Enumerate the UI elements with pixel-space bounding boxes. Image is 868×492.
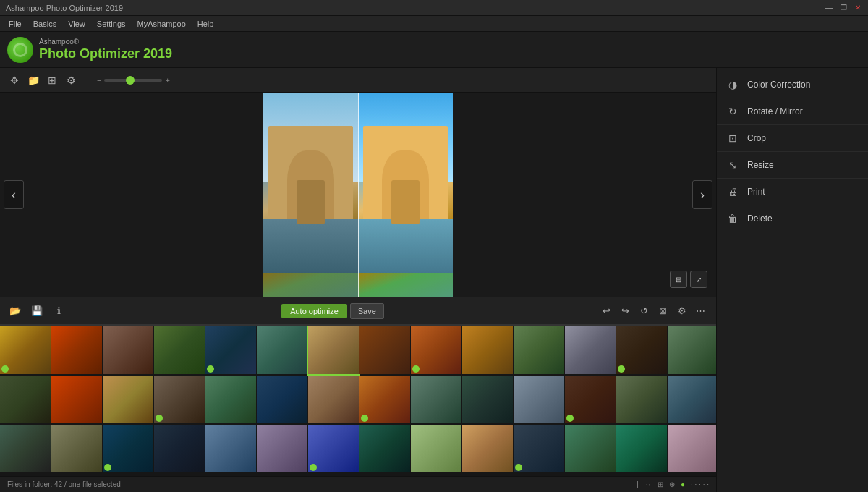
thumbnail-item[interactable] xyxy=(462,376,513,423)
thumbnail-item[interactable] xyxy=(0,376,51,423)
prev-image-button[interactable]: ‹ xyxy=(4,180,24,209)
open-icon[interactable]: 📂 xyxy=(7,303,23,319)
thumbnail-item[interactable] xyxy=(154,425,205,472)
thumbnail-item[interactable] xyxy=(462,425,513,472)
thumb-badge xyxy=(104,464,111,471)
menu-delete[interactable]: 🗑 Delete xyxy=(717,205,868,232)
thumb-badge xyxy=(1,365,9,373)
thumbnail-item[interactable] xyxy=(514,326,564,374)
thumbnail-item[interactable] xyxy=(359,376,410,423)
redo-icon[interactable]: ↪ xyxy=(618,303,634,319)
thumb-badge xyxy=(566,415,574,422)
thumbnail-item[interactable] xyxy=(205,376,256,423)
color-correction-icon: ◑ xyxy=(726,77,740,92)
save-button[interactable]: Save xyxy=(350,303,384,319)
right-panel: ◑ Color Correction ↻ Rotate / Mirror ⊡ C… xyxy=(716,68,868,492)
zoom-plus-icon[interactable]: + xyxy=(165,76,169,85)
settings-icon[interactable]: ⚙ xyxy=(674,303,690,319)
minimize-button[interactable]: — xyxy=(825,4,833,12)
thumbnail-item[interactable] xyxy=(308,425,359,472)
thumbnail-item[interactable] xyxy=(154,326,205,374)
close-button[interactable]: ✕ xyxy=(854,4,862,12)
thumbnail-item[interactable] xyxy=(411,425,461,472)
menu-help[interactable]: Help xyxy=(192,18,220,30)
thumbnail-item[interactable] xyxy=(103,326,153,374)
more-icon[interactable]: ⋯ xyxy=(693,303,709,319)
thumbnail-item[interactable] xyxy=(257,425,307,472)
thumbnail-strip xyxy=(0,324,716,476)
thumbnail-item[interactable] xyxy=(616,425,667,472)
thumbnail-item[interactable] xyxy=(205,425,256,472)
thumbnail-item[interactable] xyxy=(154,376,205,423)
logo-inner xyxy=(13,43,27,57)
thumbnail-item[interactable] xyxy=(668,425,716,472)
thumbnail-item[interactable] xyxy=(616,326,667,374)
status-right: | ↔ ⊞ ⊕ ● · · · · · xyxy=(637,480,709,488)
thumbnail-item[interactable] xyxy=(565,376,616,423)
thumbnail-item[interactable] xyxy=(668,326,716,374)
thumbnail-item[interactable] xyxy=(205,326,256,374)
expand-button[interactable]: ⤢ xyxy=(690,271,707,288)
next-image-button[interactable]: › xyxy=(692,180,712,209)
reset-icon[interactable]: ↺ xyxy=(637,303,652,319)
menu-settings[interactable]: Settings xyxy=(91,18,132,30)
zoom-control: − + xyxy=(97,76,170,85)
action-controls: Auto optimize Save xyxy=(281,303,384,319)
thumbnail-item[interactable] xyxy=(411,326,461,374)
thumbnail-item[interactable] xyxy=(514,376,564,423)
thumbnail-item[interactable] xyxy=(257,326,307,374)
batch-icon[interactable]: ⊞ xyxy=(45,73,59,88)
move-tool-icon[interactable]: ✥ xyxy=(7,73,22,88)
thumbnail-item[interactable] xyxy=(103,425,153,472)
compare-icon[interactable]: ⊠ xyxy=(655,303,671,319)
menu-print[interactable]: 🖨 Print xyxy=(717,179,868,205)
thumbnail-item[interactable] xyxy=(0,425,51,472)
thumbnail-item[interactable] xyxy=(359,326,410,374)
menu-myashampoo[interactable]: MyAshampoo xyxy=(132,18,192,30)
thumbnail-item[interactable] xyxy=(103,376,153,423)
thumbnail-item[interactable] xyxy=(257,376,307,423)
optimized-image xyxy=(358,93,453,297)
restore-button[interactable]: ❐ xyxy=(839,4,848,12)
menu-basics[interactable]: Basics xyxy=(27,18,62,30)
thumbnail-item[interactable] xyxy=(51,376,102,423)
status-nav-icon: ↔ xyxy=(644,480,652,488)
resize-icon: ⤡ xyxy=(726,158,740,172)
image-compare-container: Original Optimized xyxy=(263,93,453,297)
thumbnail-item[interactable] xyxy=(514,425,564,472)
thumbnail-item[interactable] xyxy=(668,376,716,423)
thumbnail-item[interactable] xyxy=(51,425,102,472)
menu-crop[interactable]: ⊡ Crop xyxy=(717,125,868,152)
delete-icon: 🗑 xyxy=(726,211,740,226)
menu-resize[interactable]: ⤡ Resize xyxy=(717,152,868,179)
thumbnail-item[interactable] xyxy=(616,376,667,423)
info-icon[interactable]: ℹ xyxy=(51,303,67,319)
thumbnail-item[interactable] xyxy=(308,376,359,423)
rotate-mirror-label: Rotate / Mirror xyxy=(747,106,859,116)
zoom-slider[interactable] xyxy=(104,79,162,82)
window-controls: — ❐ ✕ xyxy=(825,4,862,12)
thumbnail-item[interactable] xyxy=(462,326,513,374)
main-layout: ✥ 📁 ⊞ ⚙ − + ‹ xyxy=(0,68,868,492)
menu-file[interactable]: File xyxy=(3,18,27,30)
crop-icon: ⊡ xyxy=(726,131,740,145)
thumbnail-item[interactable] xyxy=(565,326,616,374)
menu-color-correction[interactable]: ◑ Color Correction xyxy=(717,72,868,98)
thumbnail-item[interactable] xyxy=(51,326,102,374)
app-name: Photo Optimizer 2019 xyxy=(39,46,172,62)
thumbnail-item[interactable] xyxy=(359,425,410,472)
thumbnail-item[interactable] xyxy=(308,326,359,374)
open-file-icon[interactable]: 📁 xyxy=(26,73,41,88)
auto-optimize-button[interactable]: Auto optimize xyxy=(281,304,347,318)
menu-rotate-mirror[interactable]: ↻ Rotate / Mirror xyxy=(717,98,868,125)
undo-icon[interactable]: ↩ xyxy=(599,303,615,319)
menu-view[interactable]: View xyxy=(62,18,91,30)
settings-tool-icon[interactable]: ⚙ xyxy=(64,73,78,88)
thumbnail-item[interactable] xyxy=(565,425,616,472)
thumbnail-item[interactable] xyxy=(0,326,51,374)
thumbnail-item[interactable] xyxy=(411,376,461,423)
zoom-thumb[interactable] xyxy=(126,76,135,85)
view-toggle-button[interactable]: ⊟ xyxy=(670,271,687,288)
zoom-minus-icon[interactable]: − xyxy=(97,76,101,85)
save-icon[interactable]: 💾 xyxy=(29,303,45,319)
